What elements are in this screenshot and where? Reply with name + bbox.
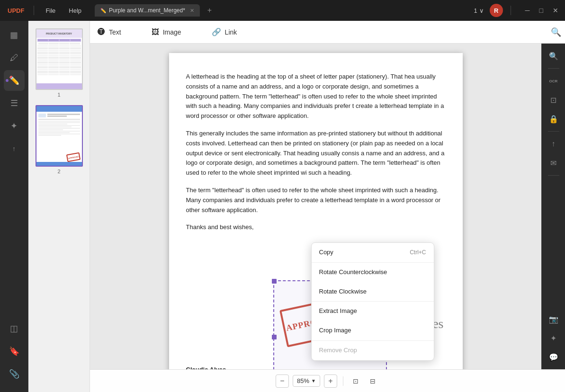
right-email-icon[interactable]: ✉ [545, 154, 562, 171]
sidebar-item-stamp[interactable]: ✦ [4, 116, 25, 136]
thumbnail-2-image: APPROVED [36, 105, 83, 167]
file-menu[interactable]: File [40, 5, 61, 16]
zoom-dropdown-icon[interactable]: ▼ [311, 378, 316, 383]
text-tool-icon: 🅣 [98, 28, 105, 36]
right-share-icon[interactable]: ↑ [545, 135, 562, 152]
thumbnail-1-number: 1 [57, 92, 60, 98]
active-tab[interactable]: ✏️ Purple and W...ment_Merged* ✕ [95, 4, 200, 17]
paragraph-1: A letterhead is the heading at the top o… [186, 72, 446, 121]
ctx-rotate-cw-label: Rotate Clockwise [319, 287, 367, 297]
main-layout: ▦ 🖊 ✏️ ☰ ✦ ↑ ◫ 🔖 📎 PRODUCT INVENTORY [0, 21, 565, 392]
window-controls: ─ □ ✕ [522, 7, 561, 14]
sidebar-item-list[interactable]: ☰ [4, 93, 25, 114]
handle-ml[interactable] [272, 335, 277, 339]
titlebar: UPDF File Help ✏️ Purple and W...ment_Me… [0, 0, 565, 21]
thumbnail-1[interactable]: PRODUCT INVENTORY [36, 28, 83, 98]
paragraph-3: The term "letterhead" is often used to r… [186, 186, 446, 215]
user-avatar[interactable]: R [490, 4, 503, 17]
maximize-button[interactable]: □ [537, 7, 546, 14]
zoom-in-button[interactable]: + [324, 374, 337, 388]
sidebar-bottom: ◫ 🔖 📎 [4, 318, 25, 388]
menu-bar: File Help [40, 5, 87, 16]
ctx-crop-label: Crop Image [319, 326, 351, 336]
ctx-copy-label: Copy [319, 248, 333, 258]
ctx-rotate-ccw[interactable]: Rotate Counterclockwise [312, 263, 434, 282]
sidebar-item-export[interactable]: ↑ [4, 138, 25, 159]
image-tool[interactable]: 🖼 Image [144, 24, 189, 40]
edit-toolbar: 🅣 Text 🖼 Image 🔗 Link 🔍 [90, 21, 565, 44]
ctx-extract-image[interactable]: Extract Image [312, 302, 434, 321]
titlebar-right: 1 ∨ R ─ □ ✕ [474, 4, 561, 17]
content-area: 🅣 Text 🖼 Image 🔗 Link 🔍 A letterhead [90, 21, 565, 392]
thumb-2-stamp: APPROVED [66, 152, 80, 162]
right-ocr-icon[interactable]: OCR [545, 72, 562, 89]
pdf-area: A letterhead is the heading at the top o… [90, 44, 541, 369]
sidebar-item-highlight[interactable]: 🖊 [4, 47, 25, 68]
ctx-rotate-ccw-label: Rotate Counterclockwise [319, 267, 387, 277]
zoom-value-display[interactable]: 85% ▼ [293, 375, 320, 387]
thumbnail-2[interactable]: APPROVED 2 [36, 105, 83, 174]
left-sidebar: ▦ 🖊 ✏️ ☰ ✦ ↑ ◫ 🔖 📎 [0, 21, 28, 392]
ctx-rotate-cw[interactable]: Rotate Clockwise [312, 282, 434, 302]
zoom-percent: 85% [297, 377, 309, 384]
bottom-bar: − 85% ▼ + ⊡ ⊟ [90, 369, 565, 392]
win-sep [511, 6, 511, 15]
zoom-separator [343, 376, 343, 386]
tab-edit-icon: ✏️ [100, 8, 106, 13]
person-name: Claudia Alves [186, 365, 226, 369]
text-tool-label: Text [109, 28, 121, 36]
pdf-and-right: A letterhead is the heading at the top o… [90, 44, 565, 369]
ctx-crop-image[interactable]: Crop Image [312, 321, 434, 340]
right-sep-1 [548, 68, 559, 69]
ctx-copy[interactable]: Copy Ctrl+C [312, 243, 434, 262]
right-search-icon[interactable]: 🔍 [545, 47, 562, 64]
page-indicator[interactable]: 1 ∨ [474, 7, 484, 14]
search-action[interactable]: 🔍 [547, 27, 565, 37]
image-tool-icon: 🖼 [152, 28, 159, 36]
sidebar-item-layers[interactable]: ◫ [4, 318, 25, 339]
sidebar-item-attach[interactable]: 📎 [4, 364, 25, 384]
right-sep-3 [548, 175, 559, 176]
image-tool-label: Image [163, 28, 181, 36]
sidebar-item-thumbnail[interactable]: ▦ [4, 25, 25, 45]
thumb-2-header [36, 106, 82, 112]
sidebar-item-edit[interactable]: ✏️ [4, 70, 25, 91]
right-sep-2 [548, 131, 559, 132]
right-scan-icon[interactable]: ⊡ [545, 91, 562, 108]
logo-text: UPDF [8, 7, 24, 14]
fit-page-button[interactable]: ⊟ [366, 374, 379, 388]
add-tab-button[interactable]: + [204, 4, 215, 17]
thumb-2-body [36, 112, 82, 138]
text-tool[interactable]: 🅣 Text [90, 24, 129, 40]
minimize-button[interactable]: ─ [522, 7, 533, 14]
right-camera-icon[interactable]: 📷 [545, 311, 562, 328]
sidebar-item-bookmark[interactable]: 🔖 [4, 341, 25, 362]
ctx-extract-label: Extract Image [319, 306, 357, 316]
tab-title: Purple and W...ment_Merged* [109, 7, 185, 14]
right-comment-icon[interactable]: 💬 [545, 348, 562, 365]
paragraph-2: This generally includes the same informa… [186, 129, 446, 178]
close-button[interactable]: ✕ [550, 7, 561, 14]
paragraph-4: Thanks and best wishes, [186, 223, 446, 232]
thumbnail-2-number: 2 [57, 169, 60, 174]
separator [34, 6, 34, 15]
zoom-out-button[interactable]: − [276, 374, 289, 388]
handle-tl[interactable] [272, 279, 277, 284]
ctx-remove-crop-label: Remove Crop [319, 346, 357, 356]
right-collab-icon[interactable]: ✦ [545, 330, 562, 347]
pdf-page: A letterhead is the heading at the top o… [169, 53, 463, 369]
link-tool[interactable]: 🔗 Link [204, 24, 245, 40]
right-toolbar: 🔍 OCR ⊡ 🔒 ↑ ✉ 📷 ✦ 💬 [541, 44, 565, 369]
tab-close-icon[interactable]: ✕ [190, 8, 194, 14]
search-icon[interactable]: 🔍 [547, 24, 565, 41]
thumbnail-panel: PRODUCT INVENTORY [28, 21, 90, 392]
right-protect-icon[interactable]: 🔒 [545, 110, 562, 127]
thumb-2-footer [36, 162, 82, 166]
context-menu: Copy Ctrl+C Rotate Counterclockwise Rota… [311, 242, 434, 361]
ctx-copy-shortcut: Ctrl+C [410, 248, 426, 257]
help-menu[interactable]: Help [63, 5, 87, 16]
link-tool-label: Link [225, 28, 237, 36]
fit-width-button[interactable]: ⊡ [349, 374, 362, 388]
thumbnail-1-image: PRODUCT INVENTORY [36, 28, 83, 90]
pdf-text-content: A letterhead is the heading at the top o… [186, 72, 446, 232]
